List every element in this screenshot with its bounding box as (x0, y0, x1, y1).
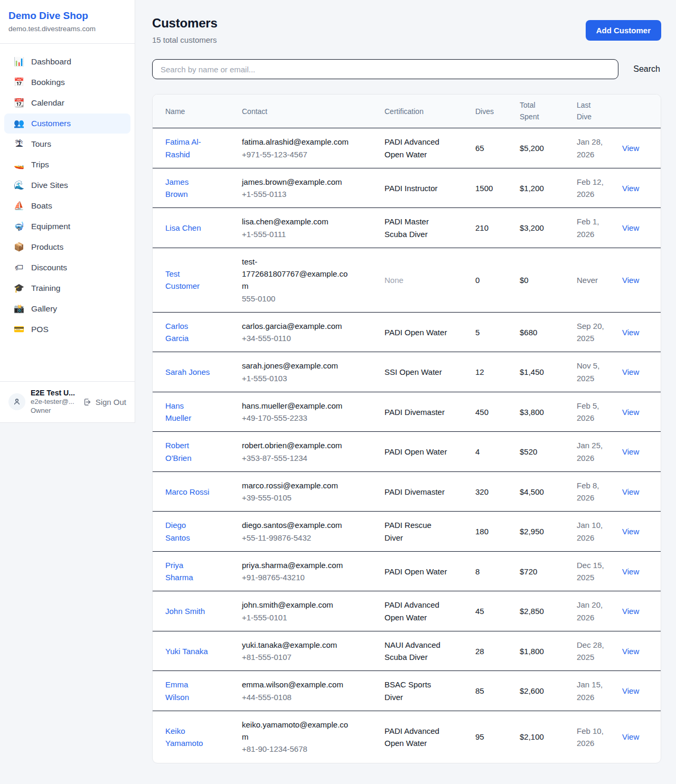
sidebar-item-gallery[interactable]: 📸 Gallery (4, 299, 130, 319)
table-row: Sarah Jones sarah.jones@example.com +1-5… (153, 352, 661, 392)
contact-cell: carlos.garcia@example.com +34-555-0110 (242, 320, 384, 345)
view-customer-link[interactable]: View (622, 276, 639, 285)
total-spent-cell: $1,450 (520, 366, 577, 378)
customer-name-link[interactable]: Lisa Chen (165, 222, 201, 234)
contact-cell: fatima.alrashid@example.com +971-55-123-… (242, 136, 384, 160)
certification-cell: PADI Advanced Open Water (384, 725, 475, 750)
sidebar-item-trips[interactable]: 🚤 Trips (4, 155, 130, 175)
view-customer-link[interactable]: View (622, 184, 639, 193)
contact-cell: hans.mueller@example.com +49-170-555-223… (242, 400, 384, 424)
column-header-actions (622, 106, 648, 117)
certification-cell: PADI Open Water (384, 326, 475, 338)
table-row: Yuki Tanaka yuki.tanaka@example.com +81-… (153, 631, 661, 672)
view-customer-link[interactable]: View (622, 367, 639, 376)
table-row: Marco Rossi marco.rossi@example.com +39-… (153, 472, 661, 512)
view-customer-link[interactable]: View (622, 527, 639, 536)
customer-phone: +81-555-0107 (242, 651, 376, 663)
certification-cell: BSAC Sports Diver (384, 678, 475, 703)
customer-email: emma.wilson@example.com (242, 678, 353, 691)
table-row: Fatima Al-Rashid fatima.alrashid@example… (153, 128, 661, 168)
graduation-cap-icon: 🎓 (14, 284, 24, 292)
view-customer-link[interactable]: View (622, 732, 639, 741)
customer-name-link[interactable]: Fatima Al-Rashid (165, 136, 212, 160)
customer-name-link[interactable]: Robert O'Brien (165, 439, 212, 464)
calendar-icon: 📅 (14, 78, 24, 87)
table-row: Robert O'Brien robert.obrien@example.com… (153, 432, 661, 472)
sidebar-item-dashboard[interactable]: 📊 Dashboard (4, 52, 130, 72)
customer-name-link[interactable]: Diego Santos (165, 519, 212, 544)
sidebar-item-boats[interactable]: ⛵ Boats (4, 196, 130, 216)
customer-name-link[interactable]: James Brown (165, 176, 212, 201)
customer-name-link[interactable]: Marco Rossi (165, 486, 209, 498)
add-customer-button[interactable]: Add Customer (586, 20, 661, 41)
dives-cell: 180 (475, 525, 520, 537)
contact-cell: diego.santos@example.com +55-11-99876-54… (242, 519, 384, 544)
dives-cell: 12 (475, 366, 520, 378)
last-dive-cell: Feb 1, 2026 (577, 215, 622, 240)
customer-phone: +34-555-0110 (242, 332, 376, 344)
total-spent-cell: $680 (520, 326, 577, 338)
sidebar-item-tours[interactable]: 🏝 Tours (4, 134, 130, 154)
view-customer-link[interactable]: View (622, 567, 639, 576)
customer-name-link[interactable]: Test Customer (165, 268, 212, 292)
customer-name-link[interactable]: Sarah Jones (165, 366, 210, 378)
customer-name-link[interactable]: Carlos Garcia (165, 320, 212, 345)
sidebar-item-products[interactable]: 📦 Products (4, 237, 130, 257)
view-customer-link[interactable]: View (622, 487, 639, 496)
customer-phone: +1-555-0113 (242, 188, 376, 200)
customer-name-link[interactable]: Emma Wilson (165, 678, 212, 703)
last-dive-cell: Jan 25, 2026 (577, 439, 622, 464)
dives-cell: 95 (475, 731, 520, 743)
certification-cell: NAUI Advanced Scuba Diver (384, 639, 475, 664)
sidebar-item-training[interactable]: 🎓 Training (4, 278, 130, 298)
sidebar-item-bookings[interactable]: 📅 Bookings (4, 72, 130, 92)
table-header-row: Name Contact Certification Dives Total S… (153, 95, 661, 128)
view-customer-link[interactable]: View (622, 686, 639, 695)
certification-cell: None (384, 274, 475, 286)
customer-phone: +1-555-0111 (242, 228, 376, 240)
view-customer-link[interactable]: View (622, 607, 639, 616)
view-customer-link[interactable]: View (622, 447, 639, 456)
dives-cell: 4 (475, 446, 520, 458)
column-header-last-dive: Last Dive (577, 95, 622, 128)
credit-card-icon: 💳 (14, 325, 24, 334)
user-role: Owner (31, 406, 78, 415)
column-header-certification: Certification (384, 102, 475, 121)
dives-cell: 1500 (475, 182, 520, 194)
sidebar-item-equipment[interactable]: 🤿 Equipment (4, 216, 130, 237)
sidebar-user-section: E2E Test U... e2e-tester@... Owner Sign … (0, 381, 135, 422)
view-customer-link[interactable]: View (622, 408, 639, 417)
customer-name-link[interactable]: Priya Sharma (165, 559, 212, 584)
view-customer-link[interactable]: View (622, 144, 639, 153)
person-icon (13, 398, 21, 406)
view-customer-link[interactable]: View (622, 223, 639, 232)
contact-cell: sarah.jones@example.com +1-555-0103 (242, 360, 384, 384)
package-icon: 📦 (14, 243, 24, 251)
certification-cell: PADI Master Scuba Diver (384, 215, 475, 240)
shop-domain: demo.test.divestreams.com (8, 25, 126, 33)
sidebar-item-customers[interactable]: 👥 Customers (4, 114, 130, 134)
sign-out-label: Sign Out (96, 398, 126, 407)
table-row: John Smith john.smith@example.com +1-555… (153, 591, 661, 631)
total-spent-cell: $1,200 (520, 182, 577, 194)
table-row: Carlos Garcia carlos.garcia@example.com … (153, 313, 661, 353)
search-button[interactable]: Search (632, 61, 661, 77)
total-spent-cell: $5,200 (520, 142, 577, 154)
search-input[interactable] (152, 59, 618, 79)
customer-name-link[interactable]: John Smith (165, 605, 205, 617)
sidebar-item-discounts[interactable]: 🏷 Discounts (4, 258, 130, 278)
last-dive-cell: Jan 20, 2026 (577, 599, 622, 624)
contact-cell: lisa.chen@example.com +1-555-0111 (242, 215, 384, 240)
last-dive-cell: Feb 12, 2026 (577, 176, 622, 201)
view-customer-link[interactable]: View (622, 328, 639, 337)
view-customer-link[interactable]: View (622, 647, 639, 656)
sidebar-item-pos[interactable]: 💳 POS (4, 319, 130, 339)
sidebar-item-calendar[interactable]: 📆 Calendar (4, 93, 130, 113)
customer-name-link[interactable]: Keiko Yamamoto (165, 725, 212, 750)
sidebar-item-dive-sites[interactable]: 🌊 Dive Sites (4, 175, 130, 195)
table-row: James Brown james.brown@example.com +1-5… (153, 168, 661, 209)
sign-out-button[interactable]: Sign Out (83, 398, 126, 407)
customer-email: fatima.alrashid@example.com (242, 136, 353, 148)
customer-name-link[interactable]: Hans Mueller (165, 400, 212, 424)
customer-name-link[interactable]: Yuki Tanaka (165, 645, 208, 657)
